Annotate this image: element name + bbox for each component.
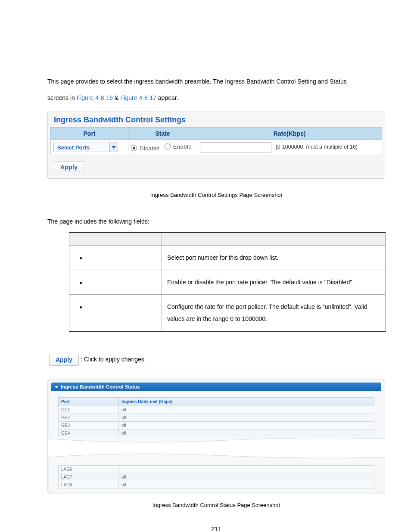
desc-row: Configure the rate for the port policer.… — [69, 295, 386, 332]
fields-intro: The page includes the following fields: — [47, 215, 385, 227]
status-port: LAG7 — [59, 473, 119, 481]
caption-settings: Ingress Bandwidth Control Settings Page … — [47, 192, 385, 198]
description-table: Select port number for this drop down li… — [69, 232, 386, 332]
desc-th-object — [69, 233, 162, 246]
page-number: 211 — [47, 526, 385, 532]
settings-panel-title: Ingress Bandwidth Control Settings — [50, 114, 382, 127]
state-enable-label: Enable — [173, 143, 192, 150]
status-panel: Ingress Bandwidth Control Status Port In… — [47, 379, 385, 494]
state-radio-disable[interactable]: Disable — [131, 145, 160, 152]
status-rate: off — [119, 422, 374, 429]
port-select[interactable]: Select Ports — [53, 143, 118, 152]
bullet-icon — [80, 257, 82, 259]
bullet-icon — [80, 306, 82, 308]
intro-line2-a: screens in — [47, 94, 77, 101]
intro-amp: & — [113, 94, 120, 101]
status-port: LAG8 — [59, 481, 119, 489]
radio-icon — [131, 145, 137, 151]
status-rate — [119, 466, 374, 473]
desc-row: Select port number for this drop down li… — [69, 246, 386, 270]
status-row: GE3off — [59, 422, 374, 429]
status-rate: off — [119, 429, 374, 437]
status-row: LAG7off — [59, 473, 374, 481]
chevron-down-icon — [55, 384, 58, 389]
status-port: LAG6 — [59, 466, 119, 473]
rate-hint: (0-1000000, must a multiple of 16) — [276, 144, 358, 150]
status-rate: off — [119, 481, 374, 489]
state-disable-label: Disable — [140, 145, 160, 152]
status-row: GE1off — [59, 406, 374, 414]
status-port: GE2 — [59, 414, 119, 422]
desc-text: Configure the rate for the port policer.… — [162, 295, 386, 332]
rate-input[interactable] — [200, 142, 271, 152]
status-table-bottom: LAG6 LAG7off LAG8off — [58, 465, 374, 489]
desc-text: Enable or disable the port rate policer.… — [162, 270, 386, 295]
state-radio-enable[interactable]: Enable — [165, 143, 192, 150]
apply-inline-text: : Click to apply changes. — [81, 356, 146, 363]
status-th-port: Port — [59, 398, 119, 406]
intro-line2-b: appear. — [156, 94, 178, 101]
settings-th-port: Port — [51, 128, 128, 140]
chevron-down-icon — [109, 143, 118, 152]
status-row: GE4off — [59, 429, 374, 437]
radio-icon — [165, 143, 171, 149]
desc-th-desc — [162, 233, 386, 246]
xref-fig-4-8-16[interactable]: Figure 4-8-16 — [77, 94, 113, 101]
intro-line1: This page provides to select the ingress… — [47, 75, 385, 87]
intro-line2: screens in Figure 4-8-16 & Figure 4-8-17… — [47, 92, 385, 104]
status-rate: off — [119, 406, 374, 414]
status-port: GE1 — [59, 406, 119, 414]
caption-status: Ingress Bandwidth Control Status Page Sc… — [47, 502, 385, 508]
status-row: LAG8off — [59, 481, 374, 489]
status-panel-title: Ingress Bandwidth Control Status — [61, 384, 140, 389]
apply-button[interactable]: Apply — [54, 161, 84, 173]
bullet-icon — [80, 282, 82, 284]
settings-th-state: State — [128, 128, 197, 140]
status-rate: off — [119, 473, 374, 481]
settings-table: Port State Rate(Kbps) Select Ports — [50, 127, 382, 155]
status-row: GE2off — [59, 414, 374, 422]
status-row: LAG6 — [59, 466, 374, 473]
desc-row: Enable or disable the port rate policer.… — [69, 270, 386, 295]
settings-panel: Ingress Bandwidth Control Settings Port … — [47, 112, 385, 179]
apply-inline-row: Apply: Click to apply changes. — [48, 354, 385, 366]
status-table-top: Port Ingress RateLimit (Kbps) GE1off GE2… — [58, 397, 374, 437]
xref-fig-4-8-17[interactable]: Figure 4-8-17 — [120, 94, 156, 101]
page-tear — [47, 439, 385, 457]
status-panel-header[interactable]: Ingress Bandwidth Control Status — [51, 383, 381, 391]
status-port: GE4 — [59, 429, 119, 437]
status-port: GE3 — [59, 422, 119, 429]
settings-th-rate: Rate(Kbps) — [197, 128, 382, 140]
desc-text: Select port number for this drop down li… — [162, 246, 386, 270]
port-select-label: Select Ports — [57, 144, 90, 151]
status-th-rate: Ingress RateLimit (Kbps) — [119, 398, 374, 406]
status-rate: off — [119, 414, 374, 422]
apply-inline-button[interactable]: Apply — [49, 354, 79, 366]
